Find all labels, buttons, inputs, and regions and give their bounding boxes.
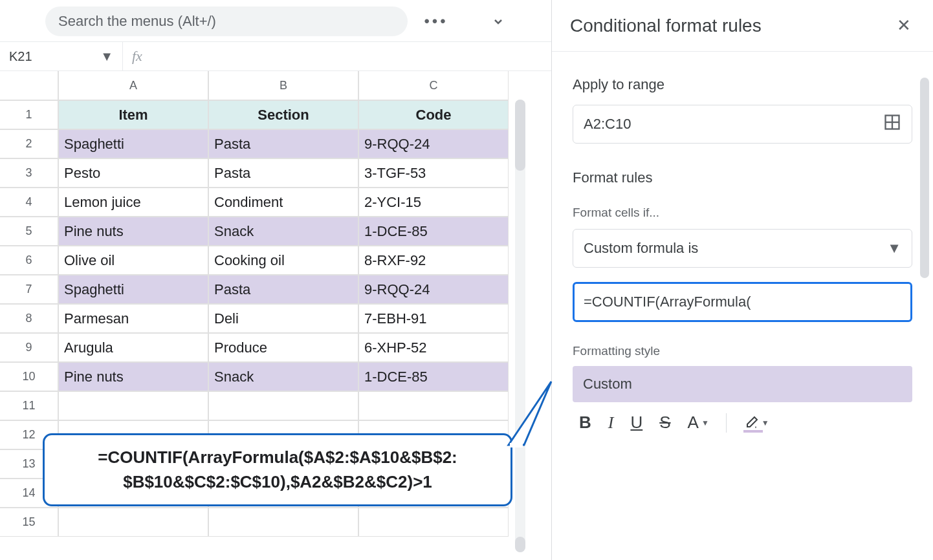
name-box[interactable]: K21 ▼ bbox=[0, 42, 123, 70]
cell[interactable] bbox=[208, 508, 358, 537]
format-rules-label: Format rules bbox=[573, 169, 912, 186]
style-preview[interactable]: Custom bbox=[573, 366, 912, 402]
cell[interactable]: Section bbox=[208, 100, 358, 129]
cell[interactable] bbox=[208, 391, 358, 420]
cell[interactable]: Produce bbox=[208, 333, 358, 362]
condition-select[interactable]: Custom formula is ▼ bbox=[573, 229, 912, 268]
bold-button[interactable]: B bbox=[579, 413, 591, 433]
cell[interactable]: Parmesan bbox=[58, 304, 208, 333]
menu-search-input[interactable]: Search the menus (Alt+/) bbox=[45, 6, 408, 36]
cell[interactable]: Pasta bbox=[208, 129, 358, 158]
fx-icon: fx bbox=[123, 48, 151, 65]
callout-tail bbox=[499, 378, 558, 449]
column-header[interactable]: B bbox=[208, 71, 358, 100]
panel-scrollbar[interactable] bbox=[920, 78, 929, 543]
scrollbar-thumb[interactable] bbox=[920, 78, 929, 278]
italic-button[interactable]: I bbox=[608, 413, 614, 433]
cell[interactable]: Item bbox=[58, 100, 208, 129]
cell[interactable]: 9-RQQ-24 bbox=[358, 129, 509, 158]
row-header[interactable]: 8 bbox=[0, 304, 58, 333]
svg-marker-0 bbox=[509, 382, 551, 445]
formula-callout: =COUNTIF(ArrayFormula($A$2:$A$10&$B$2: $… bbox=[43, 433, 512, 506]
dropdown-icon: ▼ bbox=[701, 418, 709, 427]
cell[interactable]: Pesto bbox=[58, 158, 208, 188]
cell[interactable]: 3-TGF-53 bbox=[358, 158, 509, 188]
row-header[interactable]: 2 bbox=[0, 129, 58, 158]
cell[interactable]: Condiment bbox=[208, 188, 358, 217]
cell[interactable]: Pasta bbox=[208, 158, 358, 188]
cell[interactable]: Spaghetti bbox=[58, 129, 208, 158]
cell[interactable]: Code bbox=[358, 100, 509, 129]
cell[interactable]: 8-RXF-92 bbox=[358, 246, 509, 275]
cell[interactable]: 1-DCE-85 bbox=[358, 217, 509, 246]
row-header[interactable]: 1 bbox=[0, 100, 58, 129]
cell[interactable]: 9-RQQ-24 bbox=[358, 275, 509, 304]
cell[interactable]: Arugula bbox=[58, 333, 208, 362]
vertical-scrollbar[interactable] bbox=[515, 100, 525, 552]
cell[interactable]: 1-DCE-85 bbox=[358, 362, 509, 391]
cell[interactable]: Snack bbox=[208, 217, 358, 246]
cell[interactable] bbox=[58, 391, 208, 420]
scrollbar-thumb[interactable] bbox=[515, 100, 525, 171]
column-header[interactable]: A bbox=[58, 71, 208, 100]
strikethrough-button[interactable]: S bbox=[659, 413, 670, 433]
cell[interactable]: Lemon juice bbox=[58, 188, 208, 217]
conditional-format-panel: Conditional format rules ✕ Apply to rang… bbox=[551, 0, 933, 560]
row-header[interactable]: 5 bbox=[0, 217, 58, 246]
range-value: A2:C10 bbox=[584, 116, 631, 133]
cell[interactable]: Pasta bbox=[208, 275, 358, 304]
cell[interactable]: Spaghetti bbox=[58, 275, 208, 304]
dropdown-icon: ▼ bbox=[887, 240, 901, 257]
range-input[interactable]: A2:C10 bbox=[573, 105, 912, 144]
row-header[interactable]: 3 bbox=[0, 158, 58, 188]
row-header[interactable]: 15 bbox=[0, 508, 58, 537]
apply-range-label: Apply to range bbox=[573, 76, 912, 93]
svg-marker-1 bbox=[510, 443, 523, 447]
cells-if-label: Format cells if... bbox=[573, 206, 912, 220]
row-header[interactable]: 4 bbox=[0, 188, 58, 217]
cell[interactable]: Snack bbox=[208, 362, 358, 391]
formatting-style-label: Formatting style bbox=[573, 344, 912, 358]
cell[interactable]: Pine nuts bbox=[58, 362, 208, 391]
condition-value: Custom formula is bbox=[584, 240, 698, 257]
formula-value: =COUNTIF(ArrayFormula( bbox=[584, 294, 751, 310]
divider bbox=[726, 413, 727, 433]
more-menu-icon[interactable]: ••• bbox=[423, 8, 449, 34]
callout-line: =COUNTIF(ArrayFormula($A$2:$A$10&$B$2: bbox=[60, 446, 495, 470]
custom-formula-input[interactable]: =COUNTIF(ArrayFormula( bbox=[573, 282, 912, 322]
scrollbar-thumb[interactable] bbox=[515, 537, 525, 552]
cell[interactable]: Pine nuts bbox=[58, 217, 208, 246]
cell[interactable] bbox=[358, 391, 509, 420]
fill-color-button[interactable]: ▼ bbox=[743, 415, 769, 431]
callout-line: $B$10&$C$2:$C$10),$A2&$B2&$C2)>1 bbox=[60, 470, 495, 495]
underline-button[interactable]: U bbox=[630, 413, 642, 433]
dropdown-icon: ▼ bbox=[762, 418, 769, 427]
select-all-corner[interactable] bbox=[0, 71, 58, 100]
row-header[interactable]: 10 bbox=[0, 362, 58, 391]
cell[interactable]: Deli bbox=[208, 304, 358, 333]
dropdown-icon: ▼ bbox=[100, 49, 113, 64]
row-header[interactable]: 11 bbox=[0, 391, 58, 420]
cell[interactable]: Olive oil bbox=[58, 246, 208, 275]
cell[interactable]: Cooking oil bbox=[208, 246, 358, 275]
close-icon[interactable]: ✕ bbox=[893, 12, 915, 39]
text-color-button[interactable]: A ▼ bbox=[688, 413, 709, 433]
select-range-icon[interactable] bbox=[883, 113, 901, 135]
row-header[interactable]: 7 bbox=[0, 275, 58, 304]
row-header[interactable]: 9 bbox=[0, 333, 58, 362]
name-box-value: K21 bbox=[9, 49, 32, 64]
cell[interactable]: 7-EBH-91 bbox=[358, 304, 509, 333]
cell[interactable]: 6-XHP-52 bbox=[358, 333, 509, 362]
cell[interactable]: 2-YCI-15 bbox=[358, 188, 509, 217]
cell[interactable] bbox=[58, 508, 208, 537]
collapse-toolbar-icon[interactable] bbox=[485, 8, 511, 34]
cell[interactable] bbox=[358, 508, 509, 537]
row-header[interactable]: 6 bbox=[0, 246, 58, 275]
column-header[interactable]: C bbox=[358, 71, 509, 100]
panel-title: Conditional format rules bbox=[570, 16, 762, 36]
